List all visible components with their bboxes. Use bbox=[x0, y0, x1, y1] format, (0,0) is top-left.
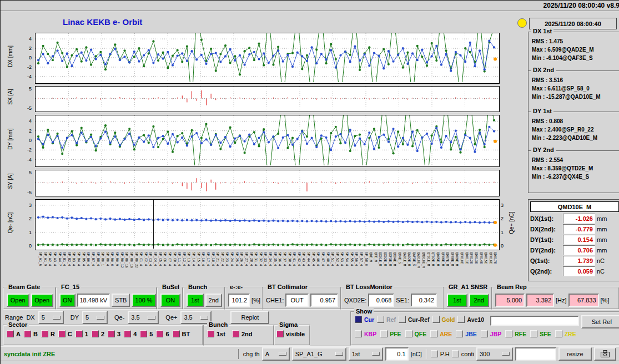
conti-toggle[interactable]: conti bbox=[452, 350, 474, 357]
bpm-name-label: SP_21_4 bbox=[216, 252, 220, 266]
bpm-name-label: SP_45_4 bbox=[312, 252, 316, 266]
bpm-name-label: SP_11_4 bbox=[178, 252, 182, 266]
ph-toggle[interactable]: P.H bbox=[431, 350, 450, 357]
ref-file-input[interactable] bbox=[490, 316, 579, 326]
checkbox-indicator bbox=[505, 330, 512, 337]
readout-value: 1.739 bbox=[563, 256, 595, 266]
readout-value: -1.026 bbox=[563, 214, 595, 224]
sector-a[interactable]: A bbox=[7, 330, 21, 337]
show-kbp[interactable]: KBP bbox=[355, 330, 376, 337]
checkbox-label: ZRE bbox=[565, 331, 576, 337]
sector-b[interactable]: B bbox=[24, 330, 38, 337]
beam-rep-group: Beam Rep 5.000 3.392 [Hz] 67.833 [%] bbox=[491, 287, 619, 310]
checkbox-label: JBE bbox=[465, 331, 476, 337]
show-jbp[interactable]: JBP bbox=[481, 330, 501, 337]
resize-button[interactable]: resize bbox=[558, 347, 592, 361]
bunch-2nd[interactable]: 2nd bbox=[232, 330, 253, 337]
sector-select[interactable]: A bbox=[262, 347, 290, 361]
show-gold[interactable]: Gold bbox=[432, 316, 455, 323]
show-are[interactable]: ARE bbox=[430, 330, 452, 337]
threshold-field[interactable]: 0.1 bbox=[385, 347, 409, 361]
replot-button[interactable]: Replot bbox=[230, 311, 269, 324]
bpm-name-label: SP_31_4 bbox=[254, 252, 258, 266]
sector-r[interactable]: R bbox=[41, 330, 55, 337]
checkbox-label: QFE bbox=[415, 331, 427, 337]
sector-4[interactable]: 4 bbox=[124, 330, 137, 337]
se1-value-field: 0.342 bbox=[411, 294, 437, 307]
checkbox-indicator bbox=[41, 330, 48, 337]
che1-state-field: OUT bbox=[285, 294, 309, 307]
show-ave10[interactable]: Ave10 bbox=[457, 316, 484, 323]
sx-axis-label: SX [A] bbox=[7, 78, 13, 117]
sigma-visible[interactable]: visible bbox=[276, 330, 305, 337]
status-bar: syncdata init ZRE chg th A SP_A1_G 1st 0… bbox=[1, 346, 619, 361]
show-rfe[interactable]: RFE bbox=[505, 330, 526, 337]
fc15-on-button[interactable]: ON bbox=[59, 294, 76, 307]
sector-5[interactable]: 5 bbox=[140, 330, 153, 337]
bottom-strip bbox=[1, 361, 619, 364]
fc15-kv-field: 18.498 kV bbox=[77, 294, 110, 307]
snsr-2nd-button[interactable]: 2nd bbox=[469, 294, 490, 307]
sector-2[interactable]: 2 bbox=[92, 330, 104, 337]
readout-value: 0.706 bbox=[563, 245, 595, 255]
busel-group-label: BuSel bbox=[160, 284, 181, 291]
axis-tick-label: 3 bbox=[501, 203, 504, 208]
bunch-1st-button[interactable]: 1st bbox=[187, 294, 204, 307]
bpm-name-label: SP_R0_19 bbox=[130, 252, 134, 268]
sector-3[interactable]: 3 bbox=[108, 330, 120, 337]
bpm-name-label: QDX9E_M bbox=[455, 252, 459, 266]
range-qe-minus-select[interactable]: 3.5 bbox=[128, 311, 159, 324]
range-qe-plus-value: 3.5 bbox=[184, 314, 192, 321]
beam-gate-open-2-button[interactable]: Open bbox=[31, 294, 54, 307]
set-ref-button[interactable]: Set Ref bbox=[581, 315, 619, 328]
sector-1[interactable]: 1 bbox=[76, 330, 88, 337]
rep-count-value: 300 bbox=[480, 351, 490, 357]
beam-gate-open-1-button[interactable]: Open bbox=[7, 294, 29, 307]
checkbox-label: RFE bbox=[515, 331, 526, 337]
qe-plus-axis-label: Qe+ [nC] bbox=[509, 204, 515, 242]
sector-bt[interactable]: BT bbox=[173, 330, 190, 337]
sector-group: Sector ABRC123456BT bbox=[3, 325, 203, 346]
sy-axis-label: SY [A] bbox=[7, 162, 13, 201]
range-dx-select[interactable]: 5 bbox=[38, 311, 64, 324]
range-dy-select[interactable]: 5 bbox=[82, 311, 108, 324]
checkbox-label: Gold bbox=[442, 316, 455, 323]
conti-label: conti bbox=[461, 351, 474, 357]
checkbox-indicator bbox=[58, 330, 66, 337]
bpm-name-label: SP_56_4 bbox=[355, 252, 359, 266]
show-zre[interactable]: ZRE bbox=[555, 330, 576, 337]
dx-axis-ticks: 420-2-4 bbox=[19, 33, 33, 83]
sector-6[interactable]: 6 bbox=[156, 330, 169, 337]
bunch-2nd-button[interactable]: 2nd bbox=[205, 294, 223, 307]
bpm-name-label: QXD4E_M bbox=[393, 252, 397, 266]
fc15-stb-button[interactable]: STB bbox=[112, 294, 130, 307]
show-pfe[interactable]: PFE bbox=[380, 330, 401, 337]
stats-max: Max : 2.400@SP_R0_22 bbox=[532, 125, 619, 134]
bunch-order-select[interactable]: 1st bbox=[349, 347, 383, 361]
sector-c[interactable]: C bbox=[58, 330, 72, 337]
aux-field[interactable] bbox=[515, 347, 556, 361]
show-qfe[interactable]: QFE bbox=[405, 330, 427, 337]
busel-on-button[interactable]: ON bbox=[160, 294, 180, 307]
checkbox-label: BT bbox=[182, 331, 190, 337]
bt-collimator-group: BT Collimator CHE1: OUT 0.957 bbox=[262, 287, 341, 310]
ee-ratio-unit: [%] bbox=[251, 297, 260, 304]
show-cur-ref[interactable]: Cur-Ref bbox=[399, 316, 430, 323]
checkbox-indicator bbox=[355, 316, 362, 323]
bpm-select[interactable]: SP_A1_G bbox=[292, 347, 346, 361]
bpm-name-label: SP_17_4 bbox=[207, 252, 210, 266]
bpm-name-label: SP_B8_4 bbox=[97, 252, 100, 266]
bpm-name-label: SP_B1_4 bbox=[63, 252, 67, 266]
bpm-name-label: SP_36_4 bbox=[278, 252, 282, 266]
rep-count-select[interactable]: 300 bbox=[476, 347, 513, 361]
fc15-percent-button[interactable]: 100 % bbox=[132, 294, 155, 307]
show-jbe[interactable]: JBE bbox=[456, 330, 476, 337]
snsr-1st-button[interactable]: 1st bbox=[447, 294, 467, 307]
show-cur[interactable]: Cur bbox=[355, 316, 374, 323]
axis-tick-label: 4 bbox=[29, 118, 32, 124]
show-ref[interactable]: Ref bbox=[377, 316, 396, 323]
show-sfe[interactable]: SFE bbox=[530, 330, 551, 337]
bunch-1st[interactable]: 1st bbox=[207, 330, 225, 337]
camera-button[interactable] bbox=[594, 347, 616, 361]
checkbox-label: 3 bbox=[117, 331, 120, 337]
